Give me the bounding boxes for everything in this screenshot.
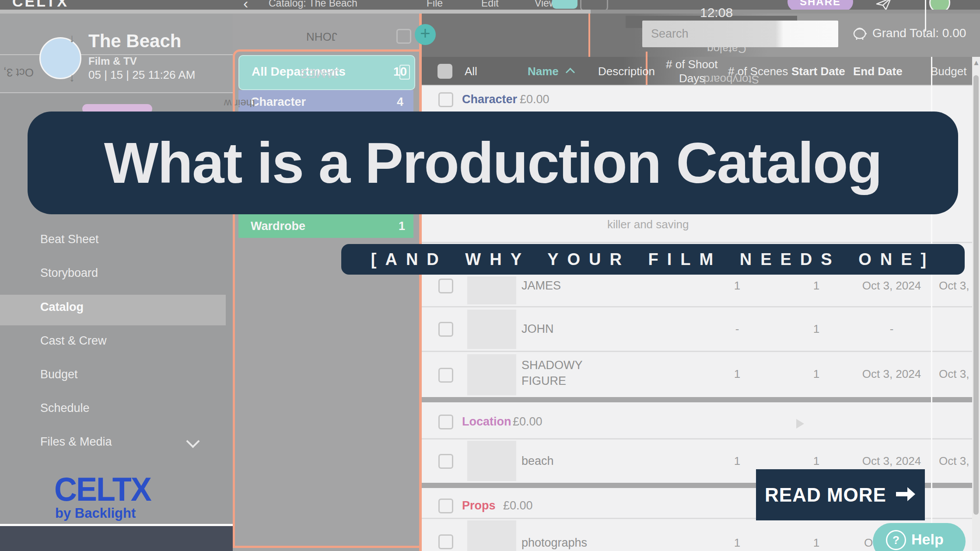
toolbar-toggle-active[interactable] bbox=[552, 0, 578, 9]
group-separator bbox=[422, 397, 972, 402]
promo-subtitle-banner: [AND WHY YOUR FILM NEEDS ONE] bbox=[341, 244, 965, 275]
header-budget[interactable]: Budget bbox=[931, 65, 966, 78]
departments-select-checkbox[interactable] bbox=[396, 29, 411, 44]
celtx-catalog-promo-screenshot: CELTX ‹ Catalog: The Beach File Edit Vie… bbox=[0, 0, 980, 551]
department-character-label: Character bbox=[251, 95, 306, 109]
row-divider bbox=[422, 438, 972, 439]
department-character-count: 4 bbox=[397, 95, 403, 109]
row-shadowy-checkbox[interactable] bbox=[438, 368, 453, 383]
group-location-label[interactable]: Location bbox=[462, 415, 511, 429]
arrow-artifact-2: ↓ bbox=[69, 71, 75, 84]
sidebar-item-catalog[interactable]: Catalog bbox=[40, 300, 84, 314]
row-beach-checkbox[interactable] bbox=[438, 454, 453, 469]
row-james-days: 1 bbox=[711, 279, 763, 293]
promo-title: What is a Production Catalog bbox=[104, 131, 882, 195]
help-button[interactable]: ? Help bbox=[873, 523, 966, 551]
row-photographs-scenes: 1 bbox=[790, 536, 843, 550]
flipped-their-artifact: their w bbox=[224, 97, 255, 109]
group-location-checkbox[interactable] bbox=[438, 415, 453, 429]
read-more-button[interactable]: READ MORE bbox=[756, 469, 925, 520]
question-mark-glyph: ? bbox=[892, 534, 900, 547]
celtx-brand-logo: CELTX bbox=[54, 471, 151, 508]
sidebar-item-storyboard[interactable]: Storyboard bbox=[40, 266, 98, 280]
row-photographs-days: 1 bbox=[711, 536, 763, 550]
department-character[interactable]: Character 4 bbox=[238, 90, 413, 114]
group-props-label[interactable]: Props bbox=[462, 499, 496, 513]
group-character-amount: £0.00 bbox=[520, 93, 550, 106]
question-mark-icon: ? bbox=[886, 530, 906, 550]
sidebar-divider-2 bbox=[0, 92, 233, 93]
row-james-scenes: 1 bbox=[790, 279, 843, 293]
group-props-checkbox[interactable] bbox=[438, 499, 453, 513]
topbar-document-title: Catalog: The Beach bbox=[269, 0, 357, 9]
header-end-date[interactable]: End Date bbox=[853, 65, 903, 78]
celtx-topbar-logo: CELTX bbox=[12, 0, 69, 10]
row-shadowy-name-1[interactable]: SHADOWY bbox=[522, 359, 583, 372]
row-divider bbox=[422, 351, 972, 352]
group-character-label[interactable]: Character bbox=[462, 93, 517, 106]
department-wardrobe-count: 1 bbox=[399, 220, 405, 233]
group-location-amount: £0.00 bbox=[513, 415, 542, 429]
sidebar-item-cast-crew[interactable]: Cast & Crew bbox=[40, 334, 107, 348]
sidebar-footer-block bbox=[0, 526, 233, 551]
piggy-bank-icon bbox=[851, 25, 869, 43]
row-john-days: - bbox=[711, 322, 763, 336]
search-input[interactable] bbox=[642, 21, 838, 47]
help-label: Help bbox=[911, 531, 944, 548]
sidebar-item-schedule[interactable]: Schedule bbox=[40, 401, 90, 415]
row-divider bbox=[422, 242, 972, 243]
promo-title-banner: What is a Production Catalog bbox=[28, 112, 958, 214]
scrollbar-thumb[interactable] bbox=[973, 75, 979, 515]
header-description[interactable]: Description bbox=[598, 65, 655, 78]
row-shadowy-scenes: 1 bbox=[790, 367, 843, 381]
flipped-james-artifact: JAMES bbox=[300, 66, 340, 80]
sidebar-item-beat-sheet[interactable]: Beat Sheet bbox=[40, 233, 99, 246]
row-shadowy-name-2[interactable]: FIGURE bbox=[522, 374, 566, 388]
add-department-button[interactable]: + bbox=[415, 24, 436, 45]
timestamp: 12:08 bbox=[700, 5, 733, 20]
sidebar-item-budget[interactable]: Budget bbox=[40, 368, 78, 381]
project-name: The Beach bbox=[88, 31, 181, 52]
header-shoot-days-1[interactable]: # of Shoot bbox=[666, 58, 718, 71]
header-name-sort[interactable]: Name bbox=[528, 65, 559, 78]
project-avatar[interactable] bbox=[39, 37, 81, 79]
menu-edit[interactable]: Edit bbox=[481, 0, 499, 9]
flipped-storyboard-artifact: Storyboard bbox=[704, 73, 759, 86]
row-beach-start: Oct 3, 2024 bbox=[848, 454, 935, 468]
department-wardrobe-label: Wardrobe bbox=[251, 220, 305, 233]
group-props-amount: £0.00 bbox=[503, 499, 533, 513]
arrow-right-icon bbox=[895, 486, 916, 504]
row-photographs-checkbox[interactable] bbox=[438, 534, 453, 549]
row-james-name[interactable]: JAMES bbox=[522, 279, 561, 293]
flipped-oct-artifact: Oct 3, 2 bbox=[0, 66, 34, 79]
sidebar-item-files-media[interactable]: Files & Media bbox=[40, 435, 112, 449]
scrollbar-up-arrow[interactable]: ▲ bbox=[973, 59, 980, 67]
share-label: SHARE bbox=[800, 0, 841, 7]
row-john-name[interactable]: JOHN bbox=[522, 322, 554, 336]
row-james-checkbox[interactable] bbox=[438, 279, 453, 293]
description-line-1: killer and saving bbox=[607, 218, 689, 231]
row-john-checkbox[interactable] bbox=[438, 322, 453, 337]
promo-subtitle: [AND WHY YOUR FILM NEEDS ONE] bbox=[371, 250, 935, 269]
header-shoot-days-2[interactable]: Days bbox=[679, 72, 705, 85]
row-thumbnail[interactable] bbox=[467, 276, 516, 304]
sidebar-active-highlight bbox=[0, 295, 226, 325]
row-thumbnail[interactable] bbox=[467, 441, 516, 481]
group-character-checkbox[interactable] bbox=[438, 92, 453, 107]
row-shadowy-days: 1 bbox=[711, 367, 763, 381]
header-start-date[interactable]: Start Date bbox=[791, 65, 845, 78]
row-thumbnail[interactable] bbox=[467, 310, 516, 349]
header-all[interactable]: All bbox=[465, 65, 477, 78]
department-all-count: 10 bbox=[393, 65, 407, 79]
row-thumbnail[interactable] bbox=[467, 354, 516, 395]
flipped-john-artifact: JOHN bbox=[306, 30, 337, 43]
row-photographs-name[interactable]: photographs bbox=[522, 536, 587, 550]
celtx-brand-byline: by Backlight bbox=[55, 506, 136, 521]
department-wardrobe[interactable]: Wardrobe 1 bbox=[238, 214, 413, 238]
grand-total: Grand Total: 0.00 bbox=[872, 26, 966, 40]
header-select-all-checkbox[interactable] bbox=[438, 64, 452, 79]
row-thumbnail[interactable] bbox=[467, 520, 516, 551]
row-beach-name[interactable]: beach bbox=[522, 454, 554, 468]
row-beach-scenes: 1 bbox=[790, 454, 843, 468]
menu-file[interactable]: File bbox=[427, 0, 443, 9]
